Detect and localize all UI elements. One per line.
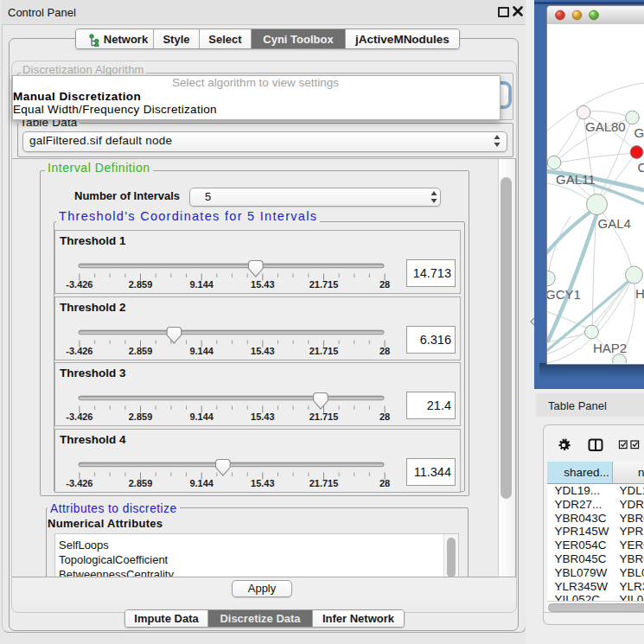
svg-text:2.859: 2.859	[129, 279, 153, 290]
svg-text:28: 28	[379, 478, 390, 488]
svg-text:-3.426: -3.426	[66, 411, 92, 422]
svg-text:9.144: 9.144	[189, 346, 214, 356]
svg-text:2.859: 2.859	[129, 478, 153, 488]
svg-text:H: H	[635, 286, 644, 301]
svg-text:GAL4: GAL4	[598, 216, 631, 231]
svg-text:21.715: 21.715	[309, 346, 339, 356]
svg-text:-3.426: -3.426	[66, 279, 92, 290]
svg-text:HAP2: HAP2	[593, 341, 627, 355]
svg-text:2.859: 2.859	[129, 411, 153, 422]
svg-text:GAL11: GAL11	[556, 172, 596, 187]
svg-text:9.144: 9.144	[189, 411, 214, 422]
svg-text:15.43: 15.43	[251, 346, 275, 356]
svg-text:28: 28	[379, 279, 390, 290]
svg-text:C: C	[638, 160, 644, 175]
svg-text:28: 28	[379, 346, 390, 356]
svg-text:-3.426: -3.426	[66, 478, 92, 488]
svg-text:9.144: 9.144	[189, 279, 214, 290]
svg-text:GCY1: GCY1	[547, 287, 581, 302]
svg-text:GAL80: GAL80	[585, 119, 626, 134]
svg-text:GA: GA	[634, 125, 644, 140]
svg-text:9.144: 9.144	[189, 478, 214, 488]
svg-text:15.43: 15.43	[251, 279, 275, 290]
svg-text:21.715: 21.715	[309, 411, 339, 422]
svg-text:15.43: 15.43	[251, 411, 275, 422]
svg-text:28: 28	[379, 411, 390, 422]
svg-text:21.715: 21.715	[309, 478, 339, 488]
svg-text:21.715: 21.715	[309, 279, 339, 290]
svg-text:-3.426: -3.426	[66, 346, 92, 356]
svg-text:15.43: 15.43	[251, 478, 275, 488]
svg-text:2.859: 2.859	[129, 346, 153, 356]
